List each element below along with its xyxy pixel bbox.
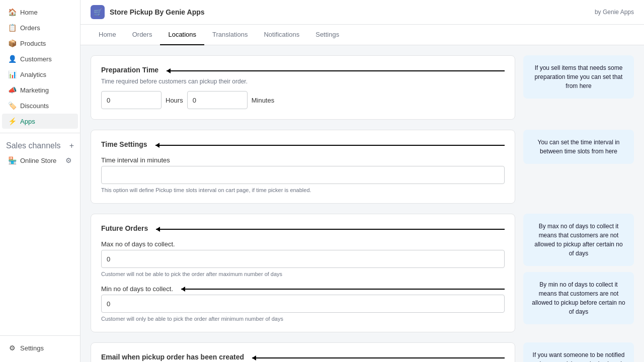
sidebar-item-settings[interactable]: ⚙ Settings (2, 340, 78, 355)
online-store-settings-icon[interactable]: ⚙ (65, 156, 72, 164)
preparation-time-title: Preparation Time (101, 66, 158, 74)
main-content: 🛒 Store Pickup By Genie Apps by Genie Ap… (80, 0, 644, 362)
sidebar-item-apps[interactable]: ⚡ Apps (2, 114, 78, 129)
sidebar-item-label: Home (20, 9, 38, 16)
sidebar-item-label: Online Store (20, 157, 56, 164)
tab-locations[interactable]: Locations (160, 25, 204, 45)
minutes-label: Minutes (252, 97, 275, 104)
max-days-label: Max no of days to collect. (101, 240, 505, 248)
sidebar-item-products[interactable]: 📦 Products (2, 36, 78, 51)
tab-notifications[interactable]: Notifications (256, 25, 307, 45)
sales-channels-label: Sales channels (6, 141, 61, 150)
app-title: Store Pickup By Genie Apps (110, 8, 205, 16)
email-notify-title: Email when pickup order has been created (101, 353, 244, 361)
min-days-input[interactable] (101, 295, 505, 313)
time-settings-row: Time Settings Time interval in minutes T… (91, 130, 634, 204)
customers-icon: 👤 (8, 55, 16, 63)
time-interval-input[interactable] (101, 166, 505, 184)
min-days-subdesc: Customer will only be able to pick the o… (101, 316, 505, 322)
time-settings-title: Time Settings (101, 140, 147, 148)
time-settings-hint: You can set the time interval in between… (523, 130, 634, 164)
sidebar-item-label: Products (20, 40, 46, 47)
sidebar-item-orders[interactable]: 📋 Orders (2, 20, 78, 35)
sidebar-footer: ⚙ Settings (0, 335, 80, 362)
tabs-bar: Home Orders Locations Translations Notif… (80, 25, 644, 45)
email-notify-row: Email when pickup order has been created… (91, 342, 634, 362)
products-icon: 📦 (8, 39, 16, 47)
sidebar: 🏠 Home 📋 Orders 📦 Products 👤 Customers 📊… (0, 0, 80, 362)
min-days-hint: By min no of days to collect it means th… (523, 272, 634, 324)
interval-label: Time interval in minutes (101, 156, 505, 164)
apps-icon: ⚡ (8, 117, 16, 125)
settings-icon: ⚙ (8, 344, 16, 352)
max-days-hint: By max no of days to collect it means th… (523, 214, 634, 266)
sidebar-item-label: Settings (20, 344, 44, 352)
minutes-input[interactable] (187, 91, 248, 109)
time-interval-subdesc: This option will define Pickup time slot… (101, 187, 505, 193)
tab-translations[interactable]: Translations (204, 25, 256, 45)
preparation-time-row: Preparation Time Time required before cu… (91, 55, 634, 120)
analytics-icon: 📊 (8, 70, 16, 78)
sidebar-item-marketing[interactable]: 📣 Marketing (2, 82, 78, 98)
hours-label: Hours (166, 97, 183, 104)
future-orders-hints: By max no of days to collect it means th… (523, 214, 634, 324)
future-orders-arrow (156, 229, 505, 230)
tab-orders[interactable]: Orders (124, 25, 160, 45)
add-sales-channel-icon[interactable]: + (69, 141, 74, 150)
preparation-time-inputs: Hours Minutes (101, 91, 505, 109)
app-icon: 🛒 (91, 5, 105, 19)
sidebar-item-label: Customers (20, 55, 52, 63)
page-content: Preparation Time Time required before cu… (80, 45, 644, 362)
sidebar-item-discounts[interactable]: 🏷️ Discounts (2, 98, 78, 113)
sidebar-item-online-store[interactable]: 🏪 Online Store ⚙ (2, 153, 78, 168)
sidebar-item-label: Marketing (20, 86, 49, 94)
sidebar-item-analytics[interactable]: 📊 Analytics (2, 67, 78, 82)
email-notify-card: Email when pickup order has been created… (91, 342, 515, 362)
discounts-icon: 🏷️ (8, 102, 16, 110)
sidebar-item-label: Analytics (20, 71, 46, 78)
sidebar-item-label: Apps (20, 118, 35, 125)
future-orders-card: Future Orders Max no of days to collect.… (91, 214, 515, 332)
time-settings-arrow (155, 145, 505, 146)
app-header-left: 🛒 Store Pickup By Genie Apps (91, 5, 205, 19)
email-notify-arrow (252, 357, 505, 358)
email-notify-hint: If you want someone to be notified whene… (523, 342, 634, 362)
preparation-time-card: Preparation Time Time required before cu… (91, 55, 515, 120)
preparation-time-desc: Time required before customers can picku… (101, 78, 505, 85)
max-days-input[interactable] (101, 250, 505, 268)
time-settings-card: Time Settings Time interval in minutes T… (91, 130, 515, 204)
home-icon: 🏠 (8, 8, 16, 16)
preparation-time-hint: If you sell items that needs some prepar… (523, 55, 634, 99)
future-orders-title: Future Orders (101, 224, 148, 232)
app-by-text: by Genie Apps (595, 9, 634, 16)
max-days-subdesc: Customer will not be able to pick the or… (101, 271, 505, 277)
online-store-icon: 🏪 (8, 156, 16, 164)
app-header: 🛒 Store Pickup By Genie Apps by Genie Ap… (80, 0, 644, 25)
sidebar-item-home[interactable]: 🏠 Home (2, 5, 78, 20)
orders-icon: 📋 (8, 24, 16, 32)
marketing-icon: 📣 (8, 86, 16, 94)
min-days-arrow (181, 289, 505, 290)
hours-input[interactable] (101, 91, 162, 109)
sidebar-item-label: Orders (20, 24, 40, 32)
sidebar-nav: 🏠 Home 📋 Orders 📦 Products 👤 Customers 📊… (0, 0, 80, 335)
preparation-arrow (167, 70, 505, 71)
content-inner: Preparation Time Time required before cu… (91, 55, 634, 362)
tab-settings[interactable]: Settings (307, 25, 347, 45)
min-days-label: Min no of days to collect. (101, 285, 173, 293)
tab-home[interactable]: Home (91, 25, 124, 45)
sidebar-item-customers[interactable]: 👤 Customers (2, 51, 78, 66)
sales-channels-section: Sales channels + (0, 137, 80, 152)
sidebar-item-label: Discounts (20, 102, 49, 110)
future-orders-row: Future Orders Max no of days to collect.… (91, 214, 634, 332)
